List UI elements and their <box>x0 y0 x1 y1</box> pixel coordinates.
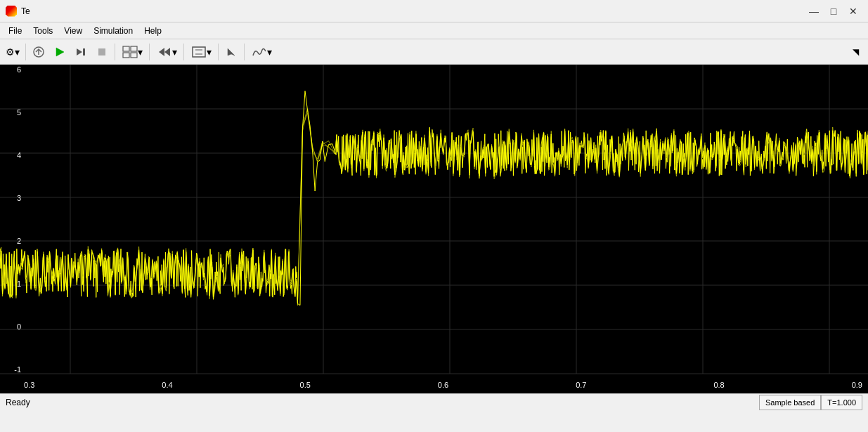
rewind-button[interactable]: ▾ <box>153 42 181 62</box>
menu-help[interactable]: Help <box>138 25 167 37</box>
y-label-5: 5 <box>1 109 21 117</box>
app-icon <box>6 6 17 17</box>
toolbar-sep-1 <box>25 44 26 60</box>
close-button[interactable]: ✕ <box>844 4 862 18</box>
svg-rect-11 <box>193 47 205 57</box>
toolbar-sep-6 <box>244 44 245 60</box>
svg-marker-1 <box>56 48 64 56</box>
x-label-0.3: 0.3 <box>24 381 34 389</box>
toolbar-sep-2 <box>115 44 115 60</box>
title-bar: Te — □ ✕ <box>0 0 868 22</box>
x-label-0.7: 0.7 <box>576 381 586 389</box>
toolbar-sep-5 <box>218 44 219 60</box>
menu-bar: File Tools View Simulation Help <box>0 22 868 39</box>
fit-button[interactable]: ▾ <box>187 42 215 62</box>
x-label-0.5: 0.5 <box>300 381 311 389</box>
menu-tools[interactable]: Tools <box>27 25 58 37</box>
menu-file[interactable]: File <box>3 25 27 37</box>
y-label-neg1: -1 <box>1 366 21 375</box>
run-button[interactable] <box>50 42 70 62</box>
x-label-0.4: 0.4 <box>162 381 172 389</box>
x-label-0.6: 0.6 <box>438 381 448 389</box>
expand-button[interactable]: ◥ <box>846 42 865 62</box>
y-axis-labels: 6 5 4 3 2 1 0 -1 <box>1 65 21 375</box>
y-label-3: 3 <box>1 195 21 202</box>
plot-area: 6 5 4 3 2 1 0 -1 0.3 0.4 0.5 0.6 0.7 0.8… <box>0 65 868 393</box>
y-label-0: 0 <box>1 323 21 331</box>
open-button[interactable] <box>29 42 48 62</box>
status-ready: Ready <box>6 398 30 407</box>
svg-marker-9 <box>159 48 164 56</box>
layout-button[interactable]: ▾ <box>118 42 146 62</box>
svg-rect-8 <box>131 53 137 58</box>
y-label-6: 6 <box>1 65 21 74</box>
svg-marker-10 <box>164 48 170 56</box>
plot-canvas <box>0 65 868 393</box>
more-button[interactable]: ▾ <box>247 42 276 62</box>
menu-view[interactable]: View <box>58 25 88 37</box>
title-bar-controls: — □ ✕ <box>805 4 862 18</box>
stop-button[interactable] <box>92 42 112 62</box>
y-label-1: 1 <box>1 280 21 288</box>
svg-rect-3 <box>83 48 85 55</box>
window-title: Te <box>21 6 30 16</box>
maximize-button[interactable]: □ <box>824 4 843 18</box>
title-bar-left: Te <box>6 6 30 17</box>
y-label-4: 4 <box>1 152 21 159</box>
step-button[interactable] <box>71 42 91 62</box>
x-axis-labels: 0.3 0.4 0.5 0.6 0.7 0.8 0.9 <box>24 381 862 389</box>
svg-rect-5 <box>123 46 129 51</box>
x-label-0.9: 0.9 <box>852 381 862 389</box>
toolbar-sep-4 <box>183 44 184 60</box>
svg-rect-4 <box>98 48 105 55</box>
svg-rect-6 <box>131 46 137 51</box>
y-label-2: 2 <box>1 237 21 245</box>
x-label-0.8: 0.8 <box>713 381 724 389</box>
status-bar: Ready Sample based T=1.000 <box>0 393 868 410</box>
settings-button[interactable]: ⚙▾ <box>3 42 22 62</box>
cursor-button[interactable] <box>221 42 241 62</box>
status-right: Sample based T=1.000 <box>759 395 862 410</box>
menu-simulation[interactable]: Simulation <box>88 25 138 37</box>
toolbar: ⚙▾ ▾ ▾ ▾ ▾ ◥ <box>0 39 868 65</box>
minimize-button[interactable]: — <box>805 4 823 18</box>
svg-rect-7 <box>123 53 129 58</box>
status-sample-based: Sample based <box>759 395 821 410</box>
svg-marker-2 <box>77 48 82 55</box>
toolbar-sep-3 <box>149 44 150 60</box>
status-time: T=1.000 <box>821 395 862 410</box>
